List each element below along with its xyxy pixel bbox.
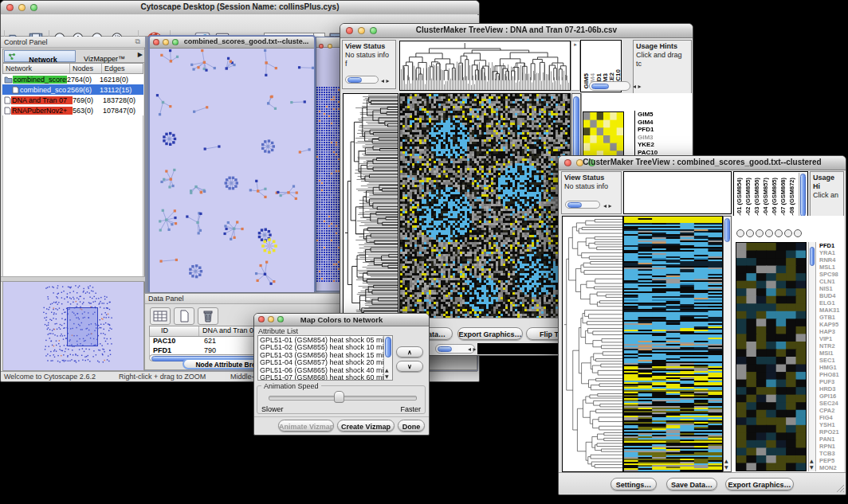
gene-label[interactable]: FIG4 [819,414,843,421]
network-row-dna-tran[interactable]: DNA and Tran 07 769(0) 183728(0) [2,95,143,105]
gene-label[interactable]: PHO81 [819,371,843,378]
network-overview-canvas[interactable] [3,282,142,369]
tab-vizmapper[interactable]: VizMapper™ [76,50,133,61]
network-view-title-bar[interactable]: combined_scores_good.txt--cluste... [150,37,314,49]
gene-label[interactable]: HRD3 [819,385,843,393]
scroll-up-arrow[interactable]: ▲ [385,367,389,373]
tv1-global-h-scrollbar[interactable] [589,81,630,91]
gene-label[interactable]: CLN1 [819,278,843,285]
select-attributes-icon[interactable] [150,307,171,325]
column-toggle-icon[interactable] [756,229,764,237]
scroll-down-arrow[interactable]: ▼ [810,464,814,470]
gene-label[interactable]: PFD1 [819,242,843,249]
settings-button[interactable]: Settings… [610,478,657,490]
gene-label[interactable]: MAK31 [819,307,843,314]
zoom-button[interactable] [172,39,179,45]
gene-label[interactable]: VIP1 [819,335,843,342]
column-toggle-icon[interactable] [775,229,783,237]
gene-label[interactable]: GTB1 [819,314,843,321]
gene-label[interactable]: HAP3 [819,328,843,335]
scroll-arrows[interactable]: ◂ ▸ [468,346,477,353]
gene-label[interactable]: HMG1 [819,364,843,371]
gene-label[interactable]: YKE2 [638,141,693,149]
animate-vizmap-button[interactable]: Animate Vizmap [278,420,334,432]
create-vizmap-button[interactable]: Create Vizmap [337,420,395,432]
row-dendrogram-canvas[interactable] [563,217,622,471]
scroll-up-arrow[interactable]: ▲ [724,458,728,463]
gene-label[interactable]: MON2 [819,464,843,471]
tv1-splitter-column[interactable]: ▸ [571,41,580,91]
network-row-selected[interactable]: combined_sco 2569(6) 13112(15) [2,84,143,95]
column-toggle-icon[interactable] [784,229,792,237]
dialog-title-bar[interactable]: Map Colors to Network [254,314,429,326]
close-button[interactable] [153,39,159,45]
heatmap-canvas[interactable] [400,94,570,318]
move-down-button[interactable]: ∨ [396,361,423,372]
gene-label[interactable]: GIM5 [638,111,693,119]
float-panel-icon[interactable]: ⧉ [135,37,140,46]
gene-list-scrollbar[interactable]: ▲ ▼ [808,242,816,471]
tv2-heatmap-v-scrollbar[interactable]: ▲ ▼ [723,216,732,472]
speed-slider-thumb[interactable] [334,391,344,403]
gene-label[interactable]: SEC24 [819,400,843,407]
column-toggle-icon[interactable] [746,229,754,237]
gene-label[interactable]: RPO21 [819,428,843,436]
network-graph-canvas[interactable] [150,49,314,292]
column-toggle-icon[interactable] [765,229,773,237]
gene-label[interactable]: BUD4 [819,292,843,299]
gene-label[interactable]: NTR2 [819,342,843,350]
gene-label[interactable]: PUF3 [819,378,843,385]
gene-label[interactable]: YSH1 [819,421,843,428]
network-row-combined-scores[interactable]: combined_scores 2764(0) 16218(0) [2,74,143,84]
gene-label[interactable]: GIM3 [638,134,693,142]
column-labels-scrollbar[interactable] [799,173,807,219]
tab-overflow-arrow[interactable]: ▶ [138,51,143,58]
gene-label[interactable]: CPA2 [819,407,843,414]
scroll-arrows[interactable]: ◂ ▸ [603,202,612,209]
delete-attribute-icon[interactable] [198,307,218,325]
gene-label[interactable]: ELG1 [819,299,843,307]
scroll-down-arrow[interactable]: ▼ [724,464,728,470]
status-scrollbar[interactable] [345,76,379,84]
attribute-list-item[interactable]: GPL51-07 (GSM868) heat shock 60 min [258,374,383,381]
gene-label[interactable]: RNR4 [819,256,843,264]
gene-label[interactable]: PFD1 [638,126,693,134]
treeview1-title-bar[interactable]: ClusterMaker TreeView : DNA and Tran 07-… [340,24,693,38]
new-attribute-icon[interactable] [174,307,194,325]
row-dendrogram-canvas[interactable] [344,94,398,318]
attribute-list-scrollbar[interactable]: ▲ ▼ [383,336,392,380]
tab-network[interactable]: Network [4,50,76,62]
scroll-arrows[interactable]: ◂ ▸ [381,77,390,84]
mini-heatmap-canvas[interactable] [583,112,623,158]
minimize-button[interactable] [328,44,332,49]
tv2-column-dendrogram-panel[interactable] [623,171,732,214]
gene-label[interactable]: SEC1 [819,357,843,364]
gene-label[interactable]: MSI1 [819,350,843,357]
gene-label[interactable]: TCB3 [819,450,843,457]
done-button[interactable]: Done [398,420,425,432]
gene-label[interactable]: MSL1 [819,264,843,271]
gene-label[interactable]: GPI16 [819,393,843,400]
attribute-listbox[interactable]: GPL51-01 (GSM854) heat shock 05 minGPL51… [257,335,393,381]
zoom-heatmap-canvas[interactable] [736,243,806,471]
scroll-arrows[interactable]: ◂ ▸ [633,83,642,90]
close-button[interactable] [319,44,324,49]
gene-label[interactable]: YRA1 [819,249,843,256]
resize-grip[interactable] [835,483,845,493]
gene-label[interactable]: KAP95 [819,321,843,328]
gene-label[interactable]: PEP5 [819,457,843,464]
gene-label[interactable]: GIM4 [638,119,693,127]
gene-label[interactable]: NIS1 [819,285,843,292]
treeview2-title-bar[interactable]: ClusterMaker TreeView : combined_scores_… [559,156,846,170]
heatmap-canvas[interactable] [624,217,722,471]
column-toggle-icon[interactable] [794,229,802,237]
tv1-global-view-panel[interactable] [477,343,560,354]
scroll-down-arrow[interactable]: ▼ [385,373,389,379]
move-up-button[interactable]: ∧ [396,346,423,357]
column-toggle-icon[interactable] [736,229,744,237]
network-row-rnapuber[interactable]: RNAPuberNov2+ 563(0) 107847(0) [2,105,143,115]
export-graphics-button[interactable]: Export Graphics… [725,478,794,490]
status-scrollbar[interactable] [565,201,600,209]
gene-label[interactable]: RPN1 [819,443,843,450]
export-graphics-button[interactable]: Export Graphics… [457,327,523,340]
